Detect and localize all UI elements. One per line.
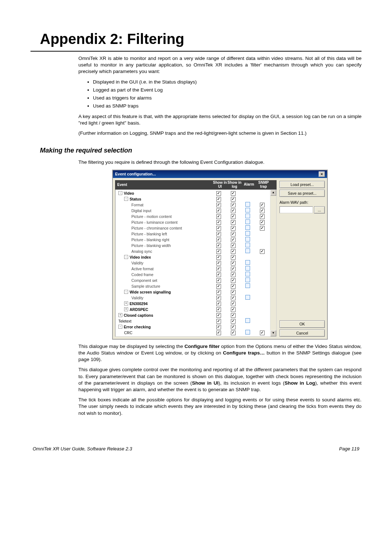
log-checkbox[interactable] bbox=[231, 197, 236, 202]
ui-checkbox[interactable] bbox=[216, 243, 221, 248]
log-checkbox[interactable] bbox=[231, 203, 236, 207]
close-icon[interactable]: × bbox=[319, 171, 325, 177]
tree-row[interactable]: -Error checking bbox=[117, 324, 269, 330]
alarm-checkbox[interactable] bbox=[245, 225, 250, 230]
log-checkbox[interactable] bbox=[231, 278, 236, 283]
collapse-icon[interactable]: - bbox=[124, 255, 128, 259]
snmp-checkbox[interactable] bbox=[260, 214, 265, 219]
ui-checkbox[interactable] bbox=[216, 296, 221, 300]
alarm-checkbox[interactable] bbox=[245, 318, 250, 323]
tree-row[interactable]: Analog sync bbox=[117, 248, 269, 254]
tree-row[interactable]: +Closed captions bbox=[117, 312, 269, 318]
tree-row[interactable]: Teletext bbox=[117, 318, 269, 324]
expand-icon[interactable]: + bbox=[118, 313, 122, 317]
ui-checkbox[interactable] bbox=[216, 232, 221, 236]
log-checkbox[interactable] bbox=[231, 331, 236, 335]
log-checkbox[interactable] bbox=[231, 255, 236, 260]
alarm-checkbox[interactable] bbox=[245, 202, 250, 207]
ui-checkbox[interactable] bbox=[216, 255, 221, 260]
tree-row[interactable]: -Video index bbox=[117, 254, 269, 260]
ui-checkbox[interactable] bbox=[216, 249, 221, 254]
ui-checkbox[interactable] bbox=[216, 214, 221, 219]
log-checkbox[interactable] bbox=[231, 191, 236, 196]
collapse-icon[interactable]: - bbox=[124, 197, 128, 201]
ui-checkbox[interactable] bbox=[216, 238, 221, 242]
collapse-icon[interactable]: - bbox=[118, 325, 122, 329]
tree-row[interactable]: Picture - luminance content bbox=[117, 219, 269, 225]
alarm-checkbox[interactable] bbox=[245, 237, 250, 242]
snmp-checkbox[interactable] bbox=[260, 331, 265, 335]
alarm-checkbox[interactable] bbox=[245, 283, 250, 288]
alarm-checkbox[interactable] bbox=[245, 330, 250, 335]
tree-row[interactable]: Coded frame bbox=[117, 272, 269, 278]
log-checkbox[interactable] bbox=[231, 290, 236, 295]
ok-button[interactable]: OK bbox=[279, 320, 325, 328]
log-checkbox[interactable] bbox=[231, 208, 236, 213]
alarm-checkbox[interactable] bbox=[245, 278, 250, 282]
snmp-checkbox[interactable] bbox=[260, 226, 265, 231]
load-preset-button[interactable]: Load preset... bbox=[279, 181, 325, 188]
ui-checkbox[interactable] bbox=[216, 284, 221, 289]
ui-checkbox[interactable] bbox=[216, 325, 221, 329]
log-checkbox[interactable] bbox=[231, 220, 236, 225]
collapse-icon[interactable]: - bbox=[124, 290, 128, 294]
tree-row[interactable]: -Status bbox=[117, 196, 269, 202]
tree-row[interactable]: Picture - motion content bbox=[117, 214, 269, 219]
ui-checkbox[interactable] bbox=[216, 278, 221, 283]
log-checkbox[interactable] bbox=[231, 313, 236, 318]
alarm-checkbox[interactable] bbox=[245, 214, 250, 218]
ui-checkbox[interactable] bbox=[216, 261, 221, 266]
log-checkbox[interactable] bbox=[231, 261, 236, 266]
alarm-checkbox[interactable] bbox=[245, 208, 250, 212]
log-checkbox[interactable] bbox=[231, 307, 236, 312]
ui-checkbox[interactable] bbox=[216, 208, 221, 213]
snmp-checkbox[interactable] bbox=[260, 220, 265, 225]
tree-row[interactable]: -Wide screen signalling bbox=[117, 289, 269, 295]
alarm-checkbox[interactable] bbox=[245, 231, 250, 236]
log-checkbox[interactable] bbox=[231, 325, 236, 329]
log-checkbox[interactable] bbox=[231, 296, 236, 300]
log-checkbox[interactable] bbox=[231, 226, 236, 231]
tree-row[interactable]: +EN300294 bbox=[117, 301, 269, 307]
alarm-wav-path-input[interactable] bbox=[279, 206, 313, 213]
event-tree[interactable]: -Video-StatusFormatDigital inputPicture … bbox=[115, 190, 270, 336]
log-checkbox[interactable] bbox=[231, 267, 236, 271]
tree-row[interactable]: -Video bbox=[117, 190, 269, 196]
snmp-checkbox[interactable] bbox=[260, 249, 265, 254]
ui-checkbox[interactable] bbox=[216, 290, 221, 295]
collapse-icon[interactable]: - bbox=[118, 191, 122, 195]
alarm-checkbox[interactable] bbox=[245, 243, 250, 247]
tree-row[interactable]: Picture - blanking width bbox=[117, 243, 269, 248]
scroll-up-icon[interactable]: ▲ bbox=[270, 190, 276, 196]
vertical-scrollbar[interactable]: ▲ ▼ bbox=[270, 190, 276, 336]
alarm-checkbox[interactable] bbox=[245, 219, 250, 224]
cancel-button[interactable]: Cancel bbox=[279, 329, 325, 337]
browse-button[interactable]: ... bbox=[314, 206, 325, 214]
scroll-down-icon[interactable]: ▼ bbox=[270, 330, 276, 336]
tree-row[interactable]: Sample structure bbox=[117, 283, 269, 289]
tree-row[interactable]: +ARDSPEC bbox=[117, 307, 269, 312]
ui-checkbox[interactable] bbox=[216, 220, 221, 225]
tree-row[interactable]: Digital input bbox=[117, 208, 269, 214]
tree-row[interactable]: Component set bbox=[117, 278, 269, 283]
ui-checkbox[interactable] bbox=[216, 272, 221, 277]
tree-row[interactable]: Format bbox=[117, 202, 269, 208]
log-checkbox[interactable] bbox=[231, 301, 236, 306]
expand-icon[interactable]: + bbox=[124, 301, 128, 305]
tree-row[interactable]: Validity bbox=[117, 295, 269, 301]
log-checkbox[interactable] bbox=[231, 319, 236, 324]
ui-checkbox[interactable] bbox=[216, 267, 221, 271]
tree-row[interactable]: Picture - blanking right bbox=[117, 237, 269, 243]
log-checkbox[interactable] bbox=[231, 214, 236, 219]
ui-checkbox[interactable] bbox=[216, 331, 221, 335]
tree-row[interactable]: Active format bbox=[117, 266, 269, 272]
log-checkbox[interactable] bbox=[231, 232, 236, 236]
ui-checkbox[interactable] bbox=[216, 313, 221, 318]
tree-row[interactable]: CRC bbox=[117, 330, 269, 336]
tree-row[interactable]: Validity bbox=[117, 260, 269, 266]
alarm-checkbox[interactable] bbox=[245, 272, 250, 276]
ui-checkbox[interactable] bbox=[216, 226, 221, 231]
log-checkbox[interactable] bbox=[231, 284, 236, 289]
log-checkbox[interactable] bbox=[231, 243, 236, 248]
ui-checkbox[interactable] bbox=[216, 197, 221, 202]
